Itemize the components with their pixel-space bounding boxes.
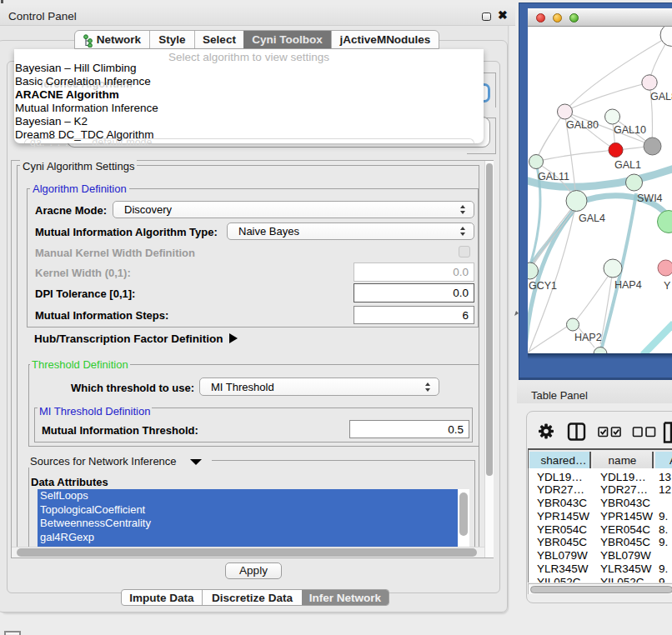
svg-text:GAL4: GAL4 <box>579 212 605 224</box>
svg-text:HAP4: HAP4 <box>614 279 642 291</box>
svg-text:GAL8: GAL8 <box>650 91 672 102</box>
svg-text:GAL10: GAL10 <box>614 124 646 136</box>
svg-text:GAL11: GAL11 <box>538 171 569 182</box>
svg-text:HAP2: HAP2 <box>574 332 602 343</box>
svg-text:GAL80: GAL80 <box>566 119 599 131</box>
svg-text:GAL1: GAL1 <box>614 159 641 171</box>
svg-text:GCY1: GCY1 <box>529 280 557 292</box>
svg-text:Y: Y <box>664 280 671 292</box>
svg-text:SWI4: SWI4 <box>637 192 663 204</box>
